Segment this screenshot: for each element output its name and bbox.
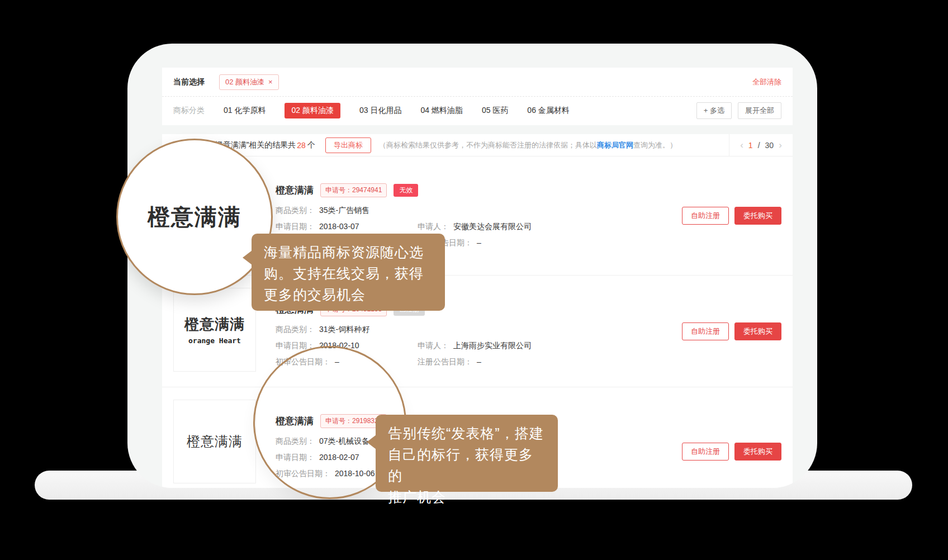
trademark-name: 橙意满满: [276, 184, 314, 197]
magnifier-lens: 橙意满满: [116, 139, 273, 295]
page-current: 1: [748, 141, 753, 150]
magnified-trademark-text: 橙意满满: [148, 202, 241, 232]
apply-date-label: 申请日期：: [276, 453, 315, 462]
trademark-image-text: 橙意满满: [187, 433, 243, 450]
applicant-label: 申请人：: [418, 341, 449, 350]
category-label: 商品类别：: [276, 325, 315, 334]
remove-filter-icon[interactable]: ×: [268, 78, 273, 86]
tooltip-line: 自己的标行，获得更多的: [388, 444, 546, 486]
first-notice-label: 初审公告日期：: [276, 469, 330, 478]
category-value: 07类-机械设备: [319, 436, 369, 445]
row-actions: 自助注册 委托购买: [682, 443, 781, 461]
tooltip-line: 更多的交易机会: [264, 284, 433, 305]
page-prev-icon[interactable]: ‹: [740, 140, 743, 150]
results-count: 28: [297, 141, 306, 150]
category-value: 35类-广告销售: [319, 206, 369, 215]
trademark-image-text: 橙意满满: [184, 315, 245, 334]
tooltip-line: 购。支持在线交易，获得: [264, 263, 433, 284]
apply-date-value: 2018-03-07: [319, 222, 359, 231]
entrust-buy-button[interactable]: 委托购买: [734, 322, 781, 340]
application-number-badge: 申请号：29474941: [320, 183, 387, 197]
clear-all-button[interactable]: 全部清除: [752, 77, 781, 87]
category-row: 商标分类 01 化学原料 02 颜料油漆 03 日化用品 04 燃料油脂 05 …: [162, 97, 793, 125]
status-badge: 无效: [394, 184, 418, 197]
trademark-image: 橙意满满: [173, 400, 256, 483]
category-row-label: 商标分类: [173, 106, 205, 116]
entrust-buy-button[interactable]: 委托购买: [734, 207, 781, 225]
disclaimer: （商标检索结果仅供参考，不作为商标能否注册的法律依据；具体以商标局官网查询为准。…: [379, 140, 677, 150]
reg-notice-label: 注册公告日期：: [418, 357, 472, 366]
page-next-icon[interactable]: ›: [779, 140, 782, 150]
reg-notice-value: –: [477, 238, 481, 247]
trademark-image-subtext: orange Heart: [188, 336, 241, 345]
export-trademarks-button[interactable]: 导出商标: [325, 137, 371, 153]
trademark-office-link[interactable]: 商标局官网: [597, 141, 633, 149]
apply-date-label: 申请日期：: [276, 341, 315, 350]
applicant-value: 安徽美达会展有限公司: [453, 222, 532, 231]
self-register-button[interactable]: 自助注册: [682, 207, 729, 225]
current-selection-row: 当前选择 02 颜料油漆 × 全部清除: [162, 68, 793, 97]
expand-all-button[interactable]: 展开全部: [738, 102, 781, 119]
trademark-name: 橙意满满: [276, 415, 314, 428]
first-notice-value: –: [335, 357, 339, 366]
results-count-unit: 个: [307, 140, 315, 150]
self-register-button[interactable]: 自助注册: [682, 443, 729, 461]
tooltip-line: 告别传统“发表格”，搭建: [388, 423, 546, 444]
tooltip-line: 海量精品商标资源随心选: [264, 241, 433, 263]
category-label: 商品类别：: [276, 206, 315, 215]
disclaimer-post: 查询为准。）: [633, 141, 677, 149]
category-item-01[interactable]: 01 化学原料: [224, 106, 266, 116]
multi-select-button[interactable]: + 多选: [696, 102, 732, 119]
first-notice-label: 初审公告日期：: [276, 357, 330, 366]
first-notice-value: 2018-10-06: [335, 469, 375, 478]
results-summary: 为您搜索到“橙意满满”相关的结果共 28 个 导出商标 （商标检索结果仅供参考，…: [162, 137, 729, 153]
disclaimer-pre: （商标检索结果仅供参考，不作为商标能否注册的法律依据；具体以: [379, 141, 597, 149]
category-item-04[interactable]: 04 燃料油脂: [420, 106, 462, 116]
applicant-label: 申请人：: [418, 222, 449, 231]
apply-date-label: 申请日期：: [276, 222, 315, 231]
feature-tooltip-trade: 海量精品商标资源随心选 购。支持在线交易，获得 更多的交易机会: [252, 234, 445, 311]
reg-notice-value: –: [477, 357, 481, 366]
row-actions: 自助注册 委托购买: [682, 207, 781, 225]
selected-filter-tag-label: 02 颜料油漆: [225, 77, 264, 87]
results-header: 为您搜索到“橙意满满”相关的结果共 28 个 导出商标 （商标检索结果仅供参考，…: [162, 134, 793, 156]
category-item-03[interactable]: 03 日化用品: [359, 106, 401, 116]
apply-date-value: 2018-02-07: [319, 453, 359, 462]
row-actions: 自助注册 委托购买: [682, 322, 781, 340]
page-total: 30: [765, 141, 774, 150]
page-separator: /: [758, 141, 760, 150]
feature-tooltip-promo: 告别传统“发表格”，搭建 自己的标行，获得更多的 推广机会: [376, 415, 558, 492]
self-register-button[interactable]: 自助注册: [682, 322, 729, 340]
tooltip-line: 推广机会: [388, 486, 546, 507]
category-value: 31类-饲料种籽: [319, 325, 369, 334]
apply-date-value: 2018-02-10: [319, 341, 359, 350]
filter-panel: 当前选择 02 颜料油漆 × 全部清除 商标分类 01 化学原料 02 颜料油漆…: [162, 68, 793, 125]
category-label: 商品类别：: [276, 436, 315, 445]
applicant-value: 上海雨步实业有限公司: [453, 341, 532, 350]
category-item-05[interactable]: 05 医药: [482, 106, 508, 116]
trademark-image: 橙意满满 orange Heart: [173, 288, 256, 372]
selected-filter-tag[interactable]: 02 颜料油漆 ×: [219, 74, 279, 90]
current-selection-label: 当前选择: [173, 77, 205, 87]
pagination: ‹ 1 / 30 ›: [729, 134, 793, 156]
entrust-buy-button[interactable]: 委托购买: [734, 443, 781, 461]
category-item-06[interactable]: 06 金属材料: [527, 106, 569, 116]
category-item-02-selected[interactable]: 02 颜料油漆: [285, 103, 340, 118]
